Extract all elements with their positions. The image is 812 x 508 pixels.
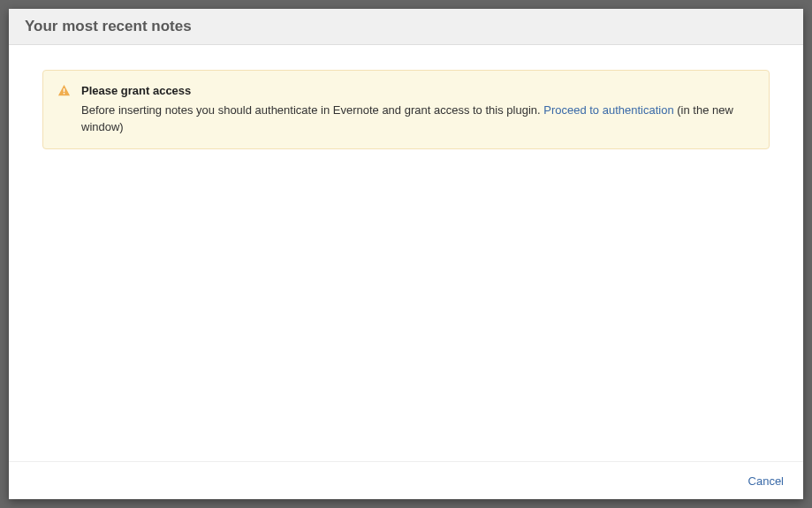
dialog: Your most recent notes Please grant acce… <box>9 9 803 499</box>
warning-icon <box>57 84 71 101</box>
svg-rect-0 <box>64 88 65 92</box>
alert-text-before: Before inserting notes you should authen… <box>81 103 543 117</box>
alert-title: Please grant access <box>81 83 755 100</box>
dialog-footer: Cancel <box>9 461 803 499</box>
svg-rect-1 <box>64 93 65 95</box>
dialog-body: Please grant access Before inserting not… <box>9 45 803 461</box>
proceed-authentication-link[interactable]: Proceed to authentication <box>543 103 673 117</box>
alert-content: Please grant access Before inserting not… <box>81 83 755 136</box>
dialog-title: Your most recent notes <box>25 18 787 35</box>
cancel-button[interactable]: Cancel <box>748 474 784 488</box>
dialog-header: Your most recent notes <box>9 9 803 45</box>
alert-box: Please grant access Before inserting not… <box>42 70 770 149</box>
